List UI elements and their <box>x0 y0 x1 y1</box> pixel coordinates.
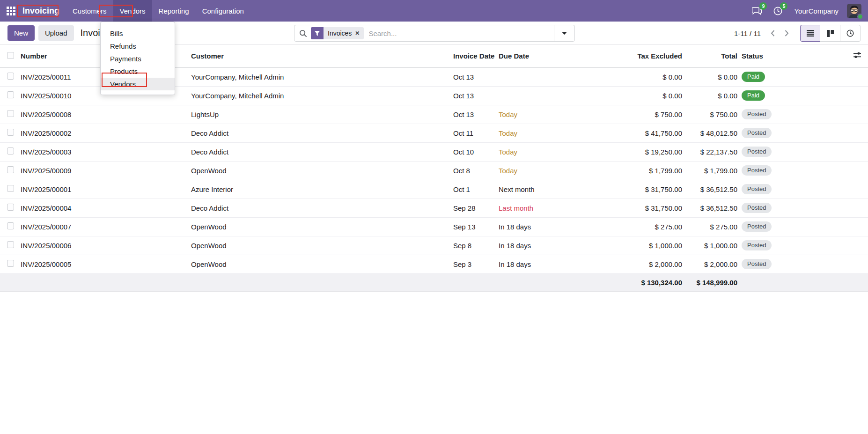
cell-total: $ 36,512.50 <box>682 180 737 199</box>
cell-invoice-date-text: Oct 1 <box>453 185 470 193</box>
menu-item-bills[interactable]: Bills <box>101 27 175 40</box>
kanban-view-button[interactable] <box>820 25 840 42</box>
cell-number-text: INV/2025/00009 <box>21 167 71 175</box>
invoice-row[interactable]: INV/2025/00009OpenWoodOct 8Today$ 1,799.… <box>0 161 868 180</box>
cell-invoice-date-text: Oct 11 <box>453 129 473 137</box>
row-checkbox[interactable] <box>7 241 14 248</box>
messages-button[interactable]: 9 <box>751 5 763 17</box>
select-all-checkbox[interactable] <box>7 52 14 59</box>
status-badge: Posted <box>742 109 772 119</box>
invoice-row[interactable]: INV/2025/00002Deco AddictOct 11Today$ 41… <box>0 124 868 142</box>
pager-next-button[interactable] <box>780 25 794 42</box>
activities-button[interactable]: 5 <box>772 5 784 17</box>
cell-tax-excluded-text: $ 275.00 <box>655 223 682 231</box>
row-checkbox[interactable] <box>7 166 14 173</box>
cell-number: INV/2025/00004 <box>21 199 191 217</box>
cell-customer-text: Azure Interior <box>191 185 233 193</box>
column-header-status[interactable]: Status <box>737 45 789 67</box>
cell-tax-excluded-text: $ 31,750.00 <box>645 204 682 212</box>
cell-status: Posted <box>737 105 789 124</box>
menu-item-payments[interactable]: Payments <box>101 52 175 65</box>
menu-customers[interactable]: Customers <box>66 0 113 22</box>
search-options-toggle[interactable] <box>554 25 574 41</box>
facet-remove-icon[interactable]: ✕ <box>355 30 360 37</box>
pager-range: 1-11 / 11 <box>734 29 761 37</box>
status-badge: Posted <box>742 184 772 194</box>
invoice-row[interactable]: INV/2025/00005OpenWoodSep 3In 18 days$ 2… <box>0 255 868 273</box>
menu-item-products[interactable]: Products <box>101 65 175 78</box>
search-input[interactable] <box>368 29 550 37</box>
cell-tax-excluded-text: $ 0.00 <box>662 92 682 100</box>
cell-tax-excluded: $ 31,750.00 <box>605 199 682 217</box>
upload-button[interactable]: Upload <box>38 25 74 41</box>
totals-row: $ 130,324.00 $ 148,999.00 <box>0 273 868 291</box>
company-name[interactable]: YourCompany <box>794 7 839 15</box>
row-checkbox[interactable] <box>7 204 14 211</box>
column-header-customer[interactable]: Customer <box>191 45 453 67</box>
user-avatar[interactable] <box>847 4 861 18</box>
search-facet-invoices[interactable]: Invoices ✕ <box>311 27 364 39</box>
filter-funnel-icon <box>314 30 320 37</box>
cell-tax-excluded: $ 750.00 <box>605 105 682 124</box>
row-checkbox[interactable] <box>7 185 14 192</box>
cell-number: INV/2025/00001 <box>21 180 191 199</box>
cell-status: Posted <box>737 236 789 255</box>
cell-tax-excluded-text: $ 750.00 <box>655 110 682 118</box>
row-checkbox[interactable] <box>7 129 14 136</box>
invoice-row[interactable]: INV/2025/00003Deco AddictOct 10Today$ 19… <box>0 142 868 161</box>
column-header-total[interactable]: Total <box>682 45 737 67</box>
row-checkbox[interactable] <box>7 222 14 229</box>
column-header-due-date[interactable]: Due Date <box>499 45 605 67</box>
cell-status: Paid <box>737 86 789 105</box>
column-header-invoice-date[interactable]: Invoice Date <box>453 45 499 67</box>
cell-status: Posted <box>737 217 789 236</box>
cell-number-text: INV/2025/00004 <box>21 204 71 212</box>
cell-invoice-date-text: Sep 8 <box>453 242 471 250</box>
cell-due-date-text: Last month <box>499 204 533 212</box>
status-badge: Posted <box>742 221 772 232</box>
invoice-row[interactable]: INV/2025/00008LightsUpOct 13Today$ 750.0… <box>0 105 868 124</box>
menu-configuration[interactable]: Configuration <box>196 0 250 22</box>
row-checkbox[interactable] <box>7 73 14 80</box>
menu-item-refunds[interactable]: Refunds <box>101 40 175 52</box>
cell-customer-text: Deco Addict <box>191 148 228 156</box>
invoice-row[interactable]: INV/2025/00006OpenWoodSep 8In 18 days$ 1… <box>0 236 868 255</box>
cell-tax-excluded-text: $ 1,000.00 <box>649 242 682 250</box>
cell-number-text: INV/2025/00006 <box>21 242 71 250</box>
menu-vendors[interactable]: Vendors <box>113 0 152 22</box>
cell-status: Posted <box>737 199 789 217</box>
cell-total-text: $ 0.00 <box>718 92 737 100</box>
cell-status: Posted <box>737 161 789 180</box>
cell-total: $ 0.00 <box>682 67 737 86</box>
cell-due-date <box>499 67 605 86</box>
invoice-row[interactable]: INV/2025/00004Deco AddictSep 28Last mont… <box>0 199 868 217</box>
cell-tax-excluded: $ 1,000.00 <box>605 236 682 255</box>
cell-customer-text: Deco Addict <box>191 129 228 137</box>
invoice-row[interactable]: INV/2025/00001Azure InteriorOct 1Next mo… <box>0 180 868 199</box>
cell-number: INV/2025/00008 <box>21 105 191 124</box>
activity-view-button[interactable] <box>840 25 861 42</box>
status-badge: Posted <box>742 128 772 138</box>
cell-invoice-date: Oct 13 <box>453 105 499 124</box>
list-view-button[interactable] <box>800 25 820 42</box>
new-button[interactable]: New <box>7 25 35 41</box>
pager-previous-button[interactable] <box>765 25 780 42</box>
cell-total: $ 1,000.00 <box>682 236 737 255</box>
row-checkbox[interactable] <box>7 110 14 117</box>
app-name[interactable]: Invoicing <box>22 0 66 22</box>
optional-columns-icon[interactable] <box>853 52 861 59</box>
status-badge: Paid <box>742 72 765 82</box>
column-header-tax-excluded[interactable]: Tax Excluded <box>605 45 682 67</box>
row-checkbox[interactable] <box>7 91 14 98</box>
row-checkbox[interactable] <box>7 147 14 154</box>
apps-menu-button[interactable] <box>0 0 22 22</box>
menu-item-vendors[interactable]: Vendors <box>101 78 175 90</box>
total-amount: $ 148,999.00 <box>682 273 737 291</box>
cell-total-text: $ 36,512.50 <box>700 204 737 212</box>
invoice-row[interactable]: INV/2025/00007OpenWoodSep 13In 18 days$ … <box>0 217 868 236</box>
row-checkbox[interactable] <box>7 260 14 267</box>
cell-total: $ 275.00 <box>682 217 737 236</box>
cell-customer-text: OpenWood <box>191 260 227 268</box>
cell-invoice-date: Oct 8 <box>453 161 499 180</box>
menu-reporting[interactable]: Reporting <box>152 0 196 22</box>
